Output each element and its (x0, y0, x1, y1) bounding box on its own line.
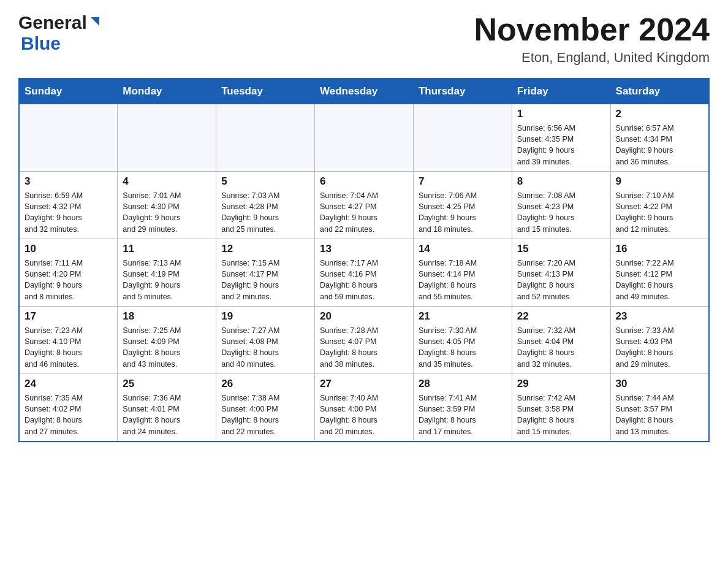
logo: General Blue (18, 12, 102, 54)
day-info: Sunrise: 7:32 AM Sunset: 4:04 PM Dayligh… (517, 325, 605, 370)
day-number: 9 (616, 175, 703, 188)
calendar-cell: 16Sunrise: 7:22 AM Sunset: 4:12 PM Dayli… (610, 239, 709, 307)
day-info: Sunrise: 7:35 AM Sunset: 4:02 PM Dayligh… (25, 393, 112, 437)
day-number: 14 (419, 243, 507, 255)
day-info: Sunrise: 6:57 AM Sunset: 4:34 PM Dayligh… (616, 123, 703, 167)
calendar-cell: 21Sunrise: 7:30 AM Sunset: 4:05 PM Dayli… (413, 307, 512, 374)
day-info: Sunrise: 6:59 AM Sunset: 4:32 PM Dayligh… (25, 190, 112, 235)
day-info: Sunrise: 7:10 AM Sunset: 4:22 PM Dayligh… (616, 190, 703, 235)
day-info: Sunrise: 7:06 AM Sunset: 4:25 PM Dayligh… (419, 190, 507, 235)
calendar-cell: 27Sunrise: 7:40 AM Sunset: 4:00 PM Dayli… (315, 374, 414, 442)
calendar-cell: 29Sunrise: 7:42 AM Sunset: 3:58 PM Dayli… (512, 374, 610, 442)
calendar-cell: 9Sunrise: 7:10 AM Sunset: 4:22 PM Daylig… (610, 172, 709, 239)
calendar-week-3: 10Sunrise: 7:11 AM Sunset: 4:20 PM Dayli… (19, 239, 709, 307)
calendar-cell: 15Sunrise: 7:20 AM Sunset: 4:13 PM Dayli… (512, 239, 610, 307)
day-info: Sunrise: 7:25 AM Sunset: 4:09 PM Dayligh… (123, 325, 211, 370)
day-info: Sunrise: 7:01 AM Sunset: 4:30 PM Dayligh… (123, 190, 211, 235)
day-number: 5 (221, 175, 309, 188)
calendar-cell: 22Sunrise: 7:32 AM Sunset: 4:04 PM Dayli… (512, 307, 610, 374)
logo-general-text: General (18, 12, 87, 33)
calendar-cell: 26Sunrise: 7:38 AM Sunset: 4:00 PM Dayli… (216, 374, 315, 442)
day-info: Sunrise: 7:40 AM Sunset: 4:00 PM Dayligh… (320, 393, 408, 437)
calendar-cell: 17Sunrise: 7:23 AM Sunset: 4:10 PM Dayli… (19, 307, 118, 374)
title-block: November 2024 Eton, England, United King… (474, 12, 710, 66)
calendar-cell: 4Sunrise: 7:01 AM Sunset: 4:30 PM Daylig… (118, 172, 216, 239)
calendar-cell: 6Sunrise: 7:04 AM Sunset: 4:27 PM Daylig… (315, 172, 414, 239)
calendar-cell: 2Sunrise: 6:57 AM Sunset: 4:34 PM Daylig… (610, 104, 709, 172)
calendar-cell: 18Sunrise: 7:25 AM Sunset: 4:09 PM Dayli… (118, 307, 216, 374)
day-info: Sunrise: 7:36 AM Sunset: 4:01 PM Dayligh… (123, 393, 211, 437)
calendar-cell: 1Sunrise: 6:56 AM Sunset: 4:35 PM Daylig… (512, 104, 610, 172)
calendar-cell: 24Sunrise: 7:35 AM Sunset: 4:02 PM Dayli… (19, 374, 118, 442)
day-number: 29 (517, 378, 605, 390)
calendar-cell: 12Sunrise: 7:15 AM Sunset: 4:17 PM Dayli… (216, 239, 315, 307)
day-info: Sunrise: 7:20 AM Sunset: 4:13 PM Dayligh… (517, 258, 605, 302)
calendar-cell (315, 104, 414, 172)
page-header: General Blue November 2024 Eton, England… (18, 12, 710, 66)
weekday-header-saturday: Saturday (610, 79, 709, 104)
day-number: 20 (320, 310, 408, 323)
day-number: 28 (419, 378, 507, 390)
day-number: 7 (419, 175, 507, 188)
day-number: 16 (616, 243, 703, 255)
day-info: Sunrise: 7:41 AM Sunset: 3:59 PM Dayligh… (419, 393, 507, 437)
calendar-cell: 3Sunrise: 6:59 AM Sunset: 4:32 PM Daylig… (19, 172, 118, 239)
day-number: 21 (419, 310, 507, 323)
weekday-header-tuesday: Tuesday (216, 79, 315, 104)
month-title: November 2024 (474, 12, 710, 47)
day-info: Sunrise: 7:13 AM Sunset: 4:19 PM Dayligh… (123, 258, 211, 302)
weekday-header-sunday: Sunday (19, 79, 118, 104)
day-info: Sunrise: 7:23 AM Sunset: 4:10 PM Dayligh… (25, 325, 112, 370)
calendar-week-5: 24Sunrise: 7:35 AM Sunset: 4:02 PM Dayli… (19, 374, 709, 442)
calendar-cell (118, 104, 216, 172)
day-number: 10 (25, 243, 112, 255)
weekday-header-wednesday: Wednesday (315, 79, 414, 104)
day-number: 1 (517, 108, 605, 120)
day-number: 2 (616, 108, 703, 120)
day-number: 24 (25, 378, 112, 390)
calendar-cell: 11Sunrise: 7:13 AM Sunset: 4:19 PM Dayli… (118, 239, 216, 307)
day-info: Sunrise: 7:28 AM Sunset: 4:07 PM Dayligh… (320, 325, 408, 370)
day-info: Sunrise: 7:11 AM Sunset: 4:20 PM Dayligh… (25, 258, 112, 302)
day-number: 23 (616, 310, 703, 323)
day-number: 11 (123, 243, 211, 255)
calendar-table: SundayMondayTuesdayWednesdayThursdayFrid… (18, 78, 710, 442)
day-info: Sunrise: 7:04 AM Sunset: 4:27 PM Dayligh… (320, 190, 408, 235)
svg-marker-0 (91, 17, 99, 26)
logo-arrow-icon (88, 15, 102, 31)
calendar-cell (413, 104, 512, 172)
day-number: 25 (123, 378, 211, 390)
day-info: Sunrise: 7:33 AM Sunset: 4:03 PM Dayligh… (616, 325, 703, 370)
day-number: 19 (221, 310, 309, 323)
calendar-cell (19, 104, 118, 172)
location-title: Eton, England, United Kingdom (474, 50, 710, 66)
day-info: Sunrise: 7:18 AM Sunset: 4:14 PM Dayligh… (419, 258, 507, 302)
day-number: 12 (221, 243, 309, 255)
calendar-cell: 14Sunrise: 7:18 AM Sunset: 4:14 PM Dayli… (413, 239, 512, 307)
day-info: Sunrise: 7:17 AM Sunset: 4:16 PM Dayligh… (320, 258, 408, 302)
day-number: 27 (320, 378, 408, 390)
day-number: 4 (123, 175, 211, 188)
day-info: Sunrise: 7:30 AM Sunset: 4:05 PM Dayligh… (419, 325, 507, 370)
day-info: Sunrise: 7:27 AM Sunset: 4:08 PM Dayligh… (221, 325, 309, 370)
day-info: Sunrise: 6:56 AM Sunset: 4:35 PM Dayligh… (517, 123, 605, 167)
day-number: 26 (221, 378, 309, 390)
day-info: Sunrise: 7:38 AM Sunset: 4:00 PM Dayligh… (221, 393, 309, 437)
calendar-cell: 30Sunrise: 7:44 AM Sunset: 3:57 PM Dayli… (610, 374, 709, 442)
day-number: 30 (616, 378, 703, 390)
calendar-week-1: 1Sunrise: 6:56 AM Sunset: 4:35 PM Daylig… (19, 104, 709, 172)
calendar-cell: 20Sunrise: 7:28 AM Sunset: 4:07 PM Dayli… (315, 307, 414, 374)
weekday-header-friday: Friday (512, 79, 610, 104)
calendar-cell: 23Sunrise: 7:33 AM Sunset: 4:03 PM Dayli… (610, 307, 709, 374)
calendar-cell: 28Sunrise: 7:41 AM Sunset: 3:59 PM Dayli… (413, 374, 512, 442)
day-info: Sunrise: 7:03 AM Sunset: 4:28 PM Dayligh… (221, 190, 309, 235)
weekday-header-row: SundayMondayTuesdayWednesdayThursdayFrid… (19, 79, 709, 104)
day-info: Sunrise: 7:15 AM Sunset: 4:17 PM Dayligh… (221, 258, 309, 302)
day-number: 3 (25, 175, 112, 188)
day-number: 15 (517, 243, 605, 255)
calendar-week-2: 3Sunrise: 6:59 AM Sunset: 4:32 PM Daylig… (19, 172, 709, 239)
day-number: 6 (320, 175, 408, 188)
day-number: 13 (320, 243, 408, 255)
day-number: 8 (517, 175, 605, 188)
calendar-cell: 10Sunrise: 7:11 AM Sunset: 4:20 PM Dayli… (19, 239, 118, 307)
